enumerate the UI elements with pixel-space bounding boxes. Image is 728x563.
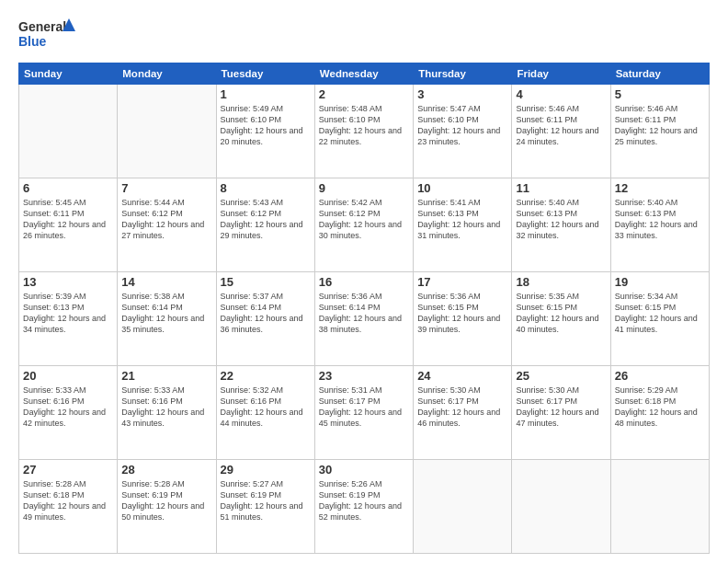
calendar-week-1: 6Sunrise: 5:45 AM Sunset: 6:11 PM Daylig…: [19, 178, 710, 272]
calendar-cell: [414, 460, 512, 554]
calendar-cell: 6Sunrise: 5:45 AM Sunset: 6:11 PM Daylig…: [19, 178, 118, 272]
calendar-cell: 16Sunrise: 5:36 AM Sunset: 6:14 PM Dayli…: [314, 272, 413, 366]
calendar-header-row: SundayMondayTuesdayWednesdayThursdayFrid…: [19, 63, 710, 85]
calendar-cell: [118, 85, 216, 178]
day-number: 13: [23, 275, 113, 289]
calendar-cell: 28Sunrise: 5:28 AM Sunset: 6:19 PM Dayli…: [118, 460, 216, 554]
calendar-cell: 13Sunrise: 5:39 AM Sunset: 6:13 PM Dayli…: [19, 272, 118, 366]
day-info: Sunrise: 5:46 AM Sunset: 6:11 PM Dayligh…: [516, 103, 606, 148]
day-number: 6: [23, 181, 113, 195]
day-info: Sunrise: 5:36 AM Sunset: 6:14 PM Dayligh…: [319, 291, 409, 336]
calendar-cell: 17Sunrise: 5:36 AM Sunset: 6:15 PM Dayli…: [414, 272, 512, 366]
day-info: Sunrise: 5:39 AM Sunset: 6:13 PM Dayligh…: [23, 291, 113, 336]
calendar-cell: [19, 85, 118, 178]
calendar-header-thursday: Thursday: [414, 63, 512, 85]
calendar-cell: 19Sunrise: 5:34 AM Sunset: 6:15 PM Dayli…: [610, 272, 709, 366]
day-info: Sunrise: 5:49 AM Sunset: 6:10 PM Dayligh…: [221, 103, 311, 148]
day-info: Sunrise: 5:30 AM Sunset: 6:17 PM Dayligh…: [417, 385, 507, 430]
calendar-cell: 10Sunrise: 5:41 AM Sunset: 6:13 PM Dayli…: [414, 178, 512, 272]
day-info: Sunrise: 5:34 AM Sunset: 6:15 PM Dayligh…: [615, 291, 705, 336]
day-number: 10: [417, 181, 507, 195]
calendar-cell: 2Sunrise: 5:48 AM Sunset: 6:10 PM Daylig…: [314, 85, 413, 178]
day-number: 27: [23, 463, 113, 477]
day-info: Sunrise: 5:46 AM Sunset: 6:11 PM Dayligh…: [615, 103, 705, 148]
calendar-cell: 1Sunrise: 5:49 AM Sunset: 6:10 PM Daylig…: [216, 85, 314, 178]
day-info: Sunrise: 5:29 AM Sunset: 6:18 PM Dayligh…: [615, 385, 705, 430]
day-info: Sunrise: 5:44 AM Sunset: 6:12 PM Dayligh…: [121, 197, 211, 242]
calendar-table: SundayMondayTuesdayWednesdayThursdayFrid…: [18, 63, 710, 554]
day-number: 28: [121, 463, 211, 477]
day-info: Sunrise: 5:33 AM Sunset: 6:16 PM Dayligh…: [121, 385, 211, 430]
day-number: 21: [121, 369, 211, 383]
calendar-cell: 8Sunrise: 5:43 AM Sunset: 6:12 PM Daylig…: [216, 178, 314, 272]
calendar-cell: 25Sunrise: 5:30 AM Sunset: 6:17 PM Dayli…: [512, 366, 610, 460]
calendar-header-sunday: Sunday: [19, 63, 118, 85]
day-number: 20: [23, 369, 113, 383]
calendar-cell: 12Sunrise: 5:40 AM Sunset: 6:13 PM Dayli…: [610, 178, 709, 272]
calendar-cell: 9Sunrise: 5:42 AM Sunset: 6:12 PM Daylig…: [314, 178, 413, 272]
day-number: 22: [221, 369, 311, 383]
calendar-header-saturday: Saturday: [610, 63, 709, 85]
day-info: Sunrise: 5:32 AM Sunset: 6:16 PM Dayligh…: [221, 385, 311, 430]
day-number: 18: [516, 275, 606, 289]
day-number: 24: [417, 369, 507, 383]
calendar-week-4: 27Sunrise: 5:28 AM Sunset: 6:18 PM Dayli…: [19, 460, 710, 554]
day-number: 9: [319, 181, 409, 195]
day-number: 30: [319, 463, 409, 477]
calendar-week-3: 20Sunrise: 5:33 AM Sunset: 6:16 PM Dayli…: [19, 366, 710, 460]
day-number: 11: [516, 181, 606, 195]
calendar-cell: 3Sunrise: 5:47 AM Sunset: 6:10 PM Daylig…: [414, 85, 512, 178]
day-number: 5: [615, 87, 705, 101]
day-number: 16: [319, 275, 409, 289]
calendar-header-monday: Monday: [118, 63, 216, 85]
calendar-week-2: 13Sunrise: 5:39 AM Sunset: 6:13 PM Dayli…: [19, 272, 710, 366]
calendar-cell: 18Sunrise: 5:35 AM Sunset: 6:15 PM Dayli…: [512, 272, 610, 366]
calendar-cell: 23Sunrise: 5:31 AM Sunset: 6:17 PM Dayli…: [314, 366, 413, 460]
calendar-cell: 11Sunrise: 5:40 AM Sunset: 6:13 PM Dayli…: [512, 178, 610, 272]
day-number: 2: [319, 87, 409, 101]
logo: General Blue: [18, 17, 92, 53]
calendar-cell: 26Sunrise: 5:29 AM Sunset: 6:18 PM Dayli…: [610, 366, 709, 460]
day-number: 1: [221, 87, 311, 101]
page: General Blue SundayMondayTuesdayWednesda…: [0, 0, 728, 563]
day-info: Sunrise: 5:26 AM Sunset: 6:19 PM Dayligh…: [319, 478, 409, 523]
day-info: Sunrise: 5:36 AM Sunset: 6:15 PM Dayligh…: [417, 291, 507, 336]
day-number: 4: [516, 87, 606, 101]
calendar-cell: 4Sunrise: 5:46 AM Sunset: 6:11 PM Daylig…: [512, 85, 610, 178]
day-info: Sunrise: 5:43 AM Sunset: 6:12 PM Dayligh…: [221, 197, 311, 242]
day-info: Sunrise: 5:33 AM Sunset: 6:16 PM Dayligh…: [23, 385, 113, 430]
calendar-header-wednesday: Wednesday: [314, 63, 413, 85]
calendar-cell: 27Sunrise: 5:28 AM Sunset: 6:18 PM Dayli…: [19, 460, 118, 554]
day-number: 8: [221, 181, 311, 195]
day-info: Sunrise: 5:30 AM Sunset: 6:17 PM Dayligh…: [516, 385, 606, 430]
day-info: Sunrise: 5:48 AM Sunset: 6:10 PM Dayligh…: [319, 103, 409, 148]
calendar-cell: 22Sunrise: 5:32 AM Sunset: 6:16 PM Dayli…: [216, 366, 314, 460]
day-number: 14: [121, 275, 211, 289]
day-info: Sunrise: 5:28 AM Sunset: 6:18 PM Dayligh…: [23, 478, 113, 523]
header: General Blue: [18, 17, 710, 53]
calendar-cell: 20Sunrise: 5:33 AM Sunset: 6:16 PM Dayli…: [19, 366, 118, 460]
day-number: 3: [417, 87, 507, 101]
day-number: 12: [615, 181, 705, 195]
calendar-header-friday: Friday: [512, 63, 610, 85]
calendar-cell: 14Sunrise: 5:38 AM Sunset: 6:14 PM Dayli…: [118, 272, 216, 366]
logo-svg: General Blue: [18, 17, 74, 53]
day-info: Sunrise: 5:40 AM Sunset: 6:13 PM Dayligh…: [516, 197, 606, 242]
day-number: 25: [516, 369, 606, 383]
svg-text:Blue: Blue: [18, 34, 47, 49]
day-info: Sunrise: 5:41 AM Sunset: 6:13 PM Dayligh…: [417, 197, 507, 242]
calendar-header-tuesday: Tuesday: [216, 63, 314, 85]
calendar-week-0: 1Sunrise: 5:49 AM Sunset: 6:10 PM Daylig…: [19, 85, 710, 178]
calendar-cell: 5Sunrise: 5:46 AM Sunset: 6:11 PM Daylig…: [610, 85, 709, 178]
day-info: Sunrise: 5:35 AM Sunset: 6:15 PM Dayligh…: [516, 291, 606, 336]
day-info: Sunrise: 5:40 AM Sunset: 6:13 PM Dayligh…: [615, 197, 705, 242]
calendar-cell: 21Sunrise: 5:33 AM Sunset: 6:16 PM Dayli…: [118, 366, 216, 460]
day-info: Sunrise: 5:38 AM Sunset: 6:14 PM Dayligh…: [121, 291, 211, 336]
day-info: Sunrise: 5:42 AM Sunset: 6:12 PM Dayligh…: [319, 197, 409, 242]
day-number: 17: [417, 275, 507, 289]
day-number: 23: [319, 369, 409, 383]
calendar-cell: 24Sunrise: 5:30 AM Sunset: 6:17 PM Dayli…: [414, 366, 512, 460]
day-info: Sunrise: 5:31 AM Sunset: 6:17 PM Dayligh…: [319, 385, 409, 430]
day-number: 15: [221, 275, 311, 289]
calendar-cell: 7Sunrise: 5:44 AM Sunset: 6:12 PM Daylig…: [118, 178, 216, 272]
